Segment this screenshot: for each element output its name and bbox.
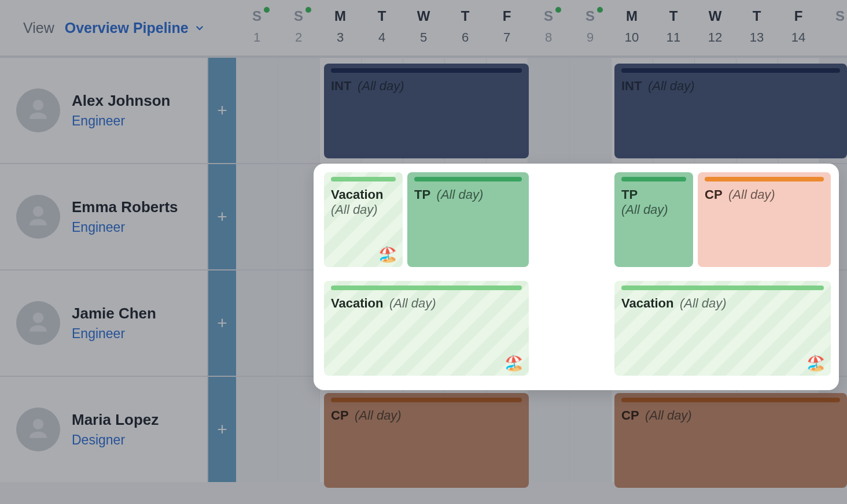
beach-icon: 🏖️ <box>504 354 523 372</box>
avatar <box>16 301 60 345</box>
indicator-dot <box>305 7 311 13</box>
day-number: 11 <box>666 30 680 45</box>
day-number: 5 <box>420 30 427 45</box>
event-label: TP <box>414 187 430 202</box>
cell[interactable] <box>569 57 611 163</box>
event-jamie-vacation-1[interactable]: Vacation (All day) 🏖️ <box>324 281 529 376</box>
day-number: 8 <box>545 30 552 45</box>
person-name: Alex Johnson <box>72 92 170 110</box>
event-alex-int-2[interactable]: INT (All day) <box>614 64 847 158</box>
avatar <box>16 407 60 451</box>
day-number: 1 <box>253 30 260 45</box>
event-label: Vacation <box>331 296 383 310</box>
plus-icon: + <box>217 207 227 227</box>
day-header-5[interactable]: W5 <box>403 0 444 57</box>
day-letter: W <box>709 8 722 24</box>
event-emma-cp[interactable]: CP (All day) <box>698 172 831 267</box>
person-row-jamie[interactable]: Jamie Chen Engineer <box>0 269 208 376</box>
day-header-9[interactable]: S9 <box>569 0 611 57</box>
beach-icon: 🏖️ <box>378 246 397 264</box>
cell[interactable] <box>236 269 278 376</box>
day-header-13[interactable]: T13 <box>736 0 778 57</box>
event-duration: (All day) <box>680 296 727 310</box>
event-emma-tp-2[interactable]: TP (All day) <box>614 172 693 267</box>
day-letter: T <box>378 8 386 24</box>
cell[interactable] <box>236 163 278 269</box>
event-alex-int-1[interactable]: INT (All day) <box>324 64 529 158</box>
event-bar <box>621 398 840 402</box>
event-duration: (All day) <box>621 202 686 217</box>
cell[interactable] <box>278 376 319 482</box>
day-header-10[interactable]: M10 <box>611 0 653 57</box>
day-number: 3 <box>337 30 344 45</box>
event-emma-tp-1[interactable]: TP (All day) <box>407 172 529 267</box>
person-role[interactable]: Engineer <box>72 326 156 342</box>
person-role[interactable]: Engineer <box>72 113 170 129</box>
add-button-maria[interactable]: + <box>208 376 236 482</box>
event-maria-cp-2[interactable]: CP (All day) <box>614 393 847 488</box>
event-bar <box>331 68 522 73</box>
event-bar <box>621 286 824 290</box>
day-letter: S <box>294 8 303 24</box>
event-label: Vacation <box>621 296 673 310</box>
event-label: CP <box>331 408 349 423</box>
event-bar <box>621 177 686 181</box>
day-header-15[interactable]: S <box>819 0 847 57</box>
day-number: 2 <box>295 30 302 45</box>
person-row-maria[interactable]: Maria Lopez Designer <box>0 376 208 482</box>
day-number: 7 <box>503 30 510 45</box>
event-duration: (All day) <box>648 79 695 93</box>
day-header-1[interactable]: S1 <box>236 0 278 57</box>
cell[interactable] <box>528 376 569 482</box>
cell[interactable] <box>236 57 278 163</box>
indicator-dot <box>597 7 603 13</box>
event-jamie-vacation-2[interactable]: Vacation (All day) 🏖️ <box>614 281 831 376</box>
event-label: Vacation <box>331 187 383 202</box>
event-bar <box>705 177 824 181</box>
view-picker-value: Overview Pipeline <box>65 20 189 36</box>
person-role[interactable]: Designer <box>72 432 159 448</box>
plus-icon: + <box>217 313 227 333</box>
day-letter: S <box>544 8 553 24</box>
day-header-14[interactable]: F14 <box>778 0 819 57</box>
cell[interactable] <box>528 57 569 163</box>
person-role[interactable]: Engineer <box>72 220 178 235</box>
day-number: 6 <box>462 30 469 45</box>
cell[interactable] <box>236 376 278 482</box>
day-header-4[interactable]: T4 <box>361 0 403 57</box>
event-emma-vacation[interactable]: Vacation (All day) 🏖️ <box>324 172 403 267</box>
event-bar <box>331 177 396 181</box>
day-header-6[interactable]: T6 <box>444 0 486 57</box>
event-duration: (All day) <box>331 202 396 217</box>
day-letter: F <box>794 8 803 24</box>
day-header-8[interactable]: S8 <box>528 0 569 57</box>
event-label: CP <box>621 408 639 423</box>
header-left: View Overview Pipeline <box>0 0 236 57</box>
indicator-dot <box>555 7 561 13</box>
event-maria-cp-1[interactable]: CP (All day) <box>324 393 529 488</box>
day-header-11[interactable]: T11 <box>653 0 694 57</box>
event-duration: (All day) <box>728 187 775 202</box>
add-button-emma[interactable]: + <box>208 163 236 269</box>
event-bar <box>331 286 522 290</box>
view-picker[interactable]: Overview Pipeline <box>65 20 205 36</box>
add-button-alex[interactable]: + <box>208 57 236 163</box>
day-letter: S <box>835 8 845 24</box>
avatar <box>16 88 60 132</box>
day-letter: F <box>503 8 511 24</box>
day-letter: M <box>334 8 346 24</box>
day-number: 10 <box>625 30 639 45</box>
add-button-jamie[interactable]: + <box>208 269 236 376</box>
person-row-emma[interactable]: Emma Roberts Engineer <box>0 163 208 269</box>
indicator-dot <box>264 7 270 13</box>
day-header-12[interactable]: W12 <box>694 0 736 57</box>
person-row-alex[interactable]: Alex Johnson Engineer <box>0 57 208 163</box>
event-label: CP <box>705 187 723 202</box>
person-name: Jamie Chen <box>72 305 156 323</box>
cell[interactable] <box>278 57 319 163</box>
day-header-7[interactable]: F7 <box>486 0 528 57</box>
cell[interactable] <box>569 376 611 482</box>
day-header-2[interactable]: S2 <box>278 0 319 57</box>
day-header-3[interactable]: M3 <box>319 0 361 57</box>
event-duration: (All day) <box>358 79 404 93</box>
